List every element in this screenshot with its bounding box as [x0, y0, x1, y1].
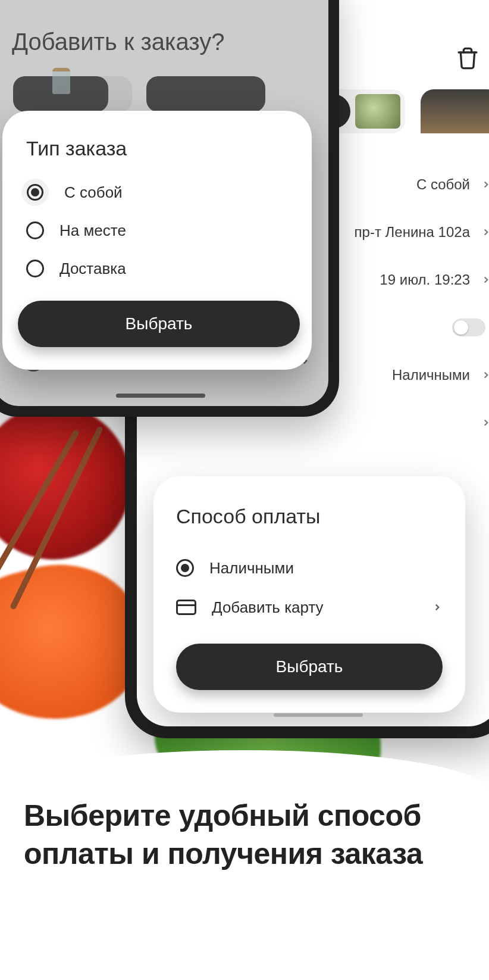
option-label: Доставка	[59, 260, 126, 278]
upsell-card[interactable]	[421, 89, 489, 133]
row-value: пр-т Ленина 102а	[355, 224, 470, 241]
chevron-right-icon	[481, 227, 489, 238]
option-label: Добавить карту	[212, 598, 324, 617]
radio-empty-icon	[26, 260, 44, 277]
chevron-right-icon	[432, 602, 443, 613]
toggle-switch[interactable]	[452, 319, 485, 336]
option-label: Наличными	[209, 559, 294, 578]
chevron-right-icon	[481, 274, 489, 285]
modal-title: Тип заказа	[26, 137, 288, 160]
button-label: Выбрать	[276, 657, 343, 676]
chevron-right-icon	[481, 179, 489, 190]
order-type-option-delivery[interactable]: Доставка	[26, 249, 288, 288]
order-type-option-takeaway[interactable]: С собой	[26, 173, 288, 211]
select-button[interactable]: Выбрать	[176, 644, 443, 690]
row-value: 19 июл. 19:23	[380, 271, 470, 288]
payment-option-cash[interactable]: Наличными	[176, 548, 443, 588]
home-indicator	[274, 713, 363, 717]
card-icon	[176, 600, 196, 615]
payment-method-modal: Способ оплаты Наличными Добавить карту В…	[153, 476, 465, 713]
select-button[interactable]: Выбрать	[18, 301, 300, 347]
order-type-option-dinein[interactable]: На месте	[26, 211, 288, 249]
trash-icon[interactable]	[456, 45, 479, 71]
modal-title: Способ оплаты	[176, 505, 443, 528]
product-thumb	[355, 94, 400, 129]
row-value: С собой	[416, 176, 470, 193]
order-type-modal: Тип заказа С собой На месте Доставка Выб…	[2, 111, 312, 370]
option-label: С собой	[64, 183, 123, 202]
radio-selected-icon	[21, 179, 49, 206]
home-indicator	[116, 394, 205, 398]
payment-option-add-card[interactable]: Добавить карту	[176, 588, 443, 627]
bg-sushi-roll	[0, 405, 131, 560]
chevron-right-icon	[481, 417, 489, 428]
radio-empty-icon	[26, 221, 44, 239]
option-label: На месте	[59, 221, 126, 240]
radio-selected-icon	[176, 559, 194, 577]
button-label: Выбрать	[126, 314, 193, 333]
marketing-headline: Выберите удобный способ оплаты и получен…	[24, 797, 471, 873]
row-value: Наличными	[392, 367, 470, 383]
chevron-right-icon	[481, 370, 489, 380]
